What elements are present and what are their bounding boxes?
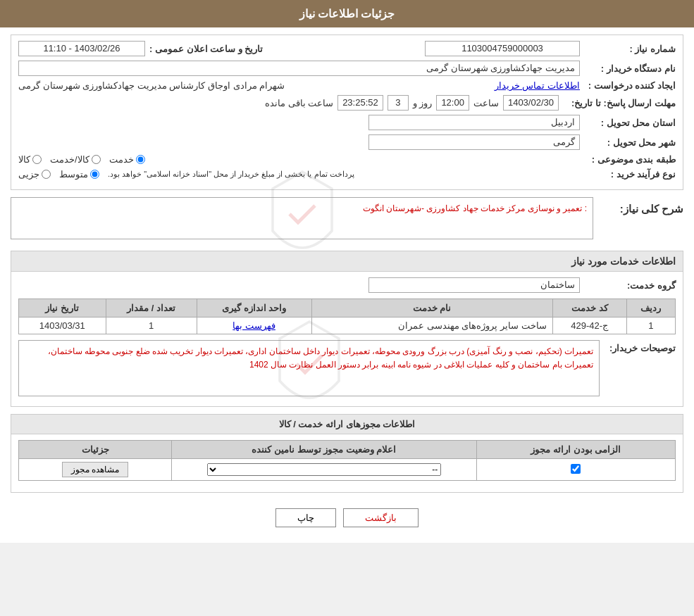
delivery-province-row: استان محل تحویل : اردبیل [18,115,676,130]
purchase-type-option-medium: متوسط [59,169,99,180]
deadline-date: 1403/02/30 [503,95,559,111]
services-section-title: اطلاعات خدمات مورد نیاز [11,251,683,272]
page-header: جزئیات اطلاعات نیاز [0,0,694,27]
deadline-remaining: 23:25:52 [337,95,383,111]
col-header-row: ردیف [626,299,675,318]
category-goods-service-label: کالا/خدمت [50,154,89,165]
category-label: طبقه بندی موضوعی : [584,154,676,165]
perm-status-dropdown[interactable]: -- [207,463,442,476]
perm-col-required: الزامی بودن ارائه مجوز [476,441,675,459]
purchase-type-radio-medium[interactable] [90,170,99,179]
buyer-org-row: نام دستگاه خریدار : مدیریت جهادکشاورزی ش… [18,61,676,76]
bottom-buttons: بازگشت چاپ [11,500,683,536]
permissions-table: الزامی بودن ارائه مجوز اعلام وضعیت مجوز … [18,440,676,481]
col-header-quantity: تعداد / مقدار [106,299,197,318]
delivery-province-label: استان محل تحویل : [584,118,676,128]
category-option-goods: کالا [18,154,42,165]
col-header-name: نام خدمت [311,299,552,318]
category-service-label: خدمت [109,154,134,165]
delivery-city-value: گرمی [368,134,580,150]
need-number-label: شماره نیاز : [584,44,676,54]
perm-details-cell: مشاهده مجوز [19,459,172,481]
purchase-type-option-small: جزیی [18,169,51,180]
purchase-type-row: نوع فرآیند خرید : پرداخت تمام یا بخشی از… [18,169,676,180]
delivery-city-label: شهر محل تحویل : [584,137,676,148]
col-header-unit: واحد اندازه گیری [197,299,311,318]
need-description-row: شرح کلی نیاز: : تعمیر و نوسازی مرکز خدما… [11,197,683,244]
purchase-type-label: نوع فرآیند خرید : [584,169,676,180]
purchase-type-note: پرداخت تمام یا بخشی از مبلغ خریدار از مح… [108,170,354,179]
buyer-org-label: نام دستگاه خریدار : [584,63,676,74]
deadline-time: 12:00 [436,95,469,111]
perm-table-row: -- مشاهده مجوز [19,459,676,481]
category-radio-group: خدمت کالا/خدمت کالا [18,154,580,165]
group-row: گروه خدمت: ساختمان [18,277,676,293]
announce-datetime-value: 1403/02/26 - 11:10 [18,41,145,56]
info-section: شماره نیاز : 1103004759000003 تاریخ و سا… [11,34,683,190]
col-header-date: تاریخ نیاز [19,299,106,318]
need-description-box: : تعمیر و نوسازی مرکز خدمات جهاد کشاورزی… [11,197,593,239]
deadline-day-label: روز و [413,98,433,108]
purchase-type-small-label: جزیی [18,169,39,180]
delivery-city-row: شهر محل تحویل : گرمی [18,134,676,150]
cell-row: 1 [626,318,675,334]
services-table: ردیف کد خدمت نام خدمت واحد اندازه گیری ت… [18,298,676,334]
group-label: گروه خدمت: [584,280,676,291]
category-goods-label: کالا [18,154,30,165]
requester-link[interactable]: اطلاعات تماس خریدار [495,80,580,91]
cell-date: 1403/03/31 [19,318,106,334]
services-table-row: 1 ج-42-429 ساخت سایر پروژه‌های مهندسی عم… [19,318,676,334]
deadline-label: مهلت ارسال پاسخ: تا تاریخ: [563,98,676,108]
perm-status-cell: -- [172,459,477,481]
cell-quantity: 1 [106,318,197,334]
page-wrapper: جزئیات اطلاعات نیاز شماره نیاز : 1103004… [0,0,694,543]
deadline-days: 3 [388,95,409,111]
category-radio-goods[interactable] [32,155,42,164]
cell-unit: فهرست بها [197,318,311,334]
purchase-type-medium-label: متوسط [59,169,88,180]
permissions-section-title: اطلاعات مجوزهای ارائه خدمت / کالا [11,415,683,434]
requester-name: شهرام مرادی اوجاق کارشناس مدیریت جهادکشا… [18,80,285,91]
print-button[interactable]: چاپ [275,508,336,527]
cell-code: ج-42-429 [552,318,626,334]
perm-required-cell [476,459,675,481]
main-content: شماره نیاز : 1103004759000003 تاریخ و سا… [0,27,694,543]
buyer-desc-label: توصیحات خریدار: [605,340,676,353]
back-button[interactable]: بازگشت [343,508,419,527]
services-section: اطلاعات خدمات مورد نیاز گروه خدمت: ساختم… [11,251,683,407]
col-header-code: کد خدمت [552,299,626,318]
page-title: جزئیات اطلاعات نیاز [299,8,395,20]
perm-required-checkbox[interactable] [571,464,581,474]
perm-col-details: جزئیات [19,441,172,459]
category-radio-service[interactable] [136,155,145,164]
need-number-row: شماره نیاز : 1103004759000003 تاریخ و سا… [18,41,676,56]
announce-datetime-label: تاریخ و ساعت اعلان عمومی : [149,44,263,54]
deadline-time-label: ساعت [473,98,499,108]
buyer-desc-box: تعمیرات (تحکیم، نصب و رنگ آمیزی) درب بزر… [18,340,600,396]
buyer-desc-text: تعمیرات (تحکیم، نصب و رنگ آمیزی) درب بزر… [48,346,593,370]
purchase-type-radio-small[interactable] [42,170,51,179]
perm-col-status: اعلام وضعیت مجوز توسط نامین کننده [172,441,477,459]
need-description-label: شرح کلی نیاز: [599,197,683,244]
permissions-body: الزامی بودن ارائه مجوز اعلام وضعیت مجوز … [11,434,683,492]
group-value: ساختمان [368,277,580,293]
delivery-province-value: اردبیل [368,115,580,130]
permissions-section: اطلاعات مجوزهای ارائه خدمت / کالا الزامی… [11,414,683,493]
buyer-org-value: مدیریت جهادکشاورزی شهرستان گرمی [18,61,580,76]
need-number-value: 1103004759000003 [425,41,580,56]
category-option-service: خدمت [109,154,145,165]
category-option-goods-service: کالا/خدمت [50,154,101,165]
services-body: گروه خدمت: ساختمان ردیف کد خدمت نام خدمت… [11,272,683,406]
need-description-text: : تعمیر و نوسازی مرکز خدمات جهاد کشاورزی… [363,203,587,213]
buyer-desc-row: توصیحات خریدار: تعمیرات (تحکیم، نصب و رن… [18,340,676,401]
category-radio-goods-service[interactable] [92,155,101,164]
view-permit-button[interactable]: مشاهده مجوز [62,462,128,477]
deadline-row: مهلت ارسال پاسخ: تا تاریخ: 1403/02/30 سا… [18,95,676,111]
requester-label: ایجاد کننده درخواست : [584,80,676,91]
deadline-remaining-label: ساعت باقی مانده [265,98,333,108]
cell-name: ساخت سایر پروژه‌های مهندسی عمران [311,318,552,334]
requester-row: ایجاد کننده درخواست : اطلاعات تماس خریدا… [18,80,676,91]
category-row: طبقه بندی موضوعی : خدمت کالا/خدمت کالا [18,154,676,165]
